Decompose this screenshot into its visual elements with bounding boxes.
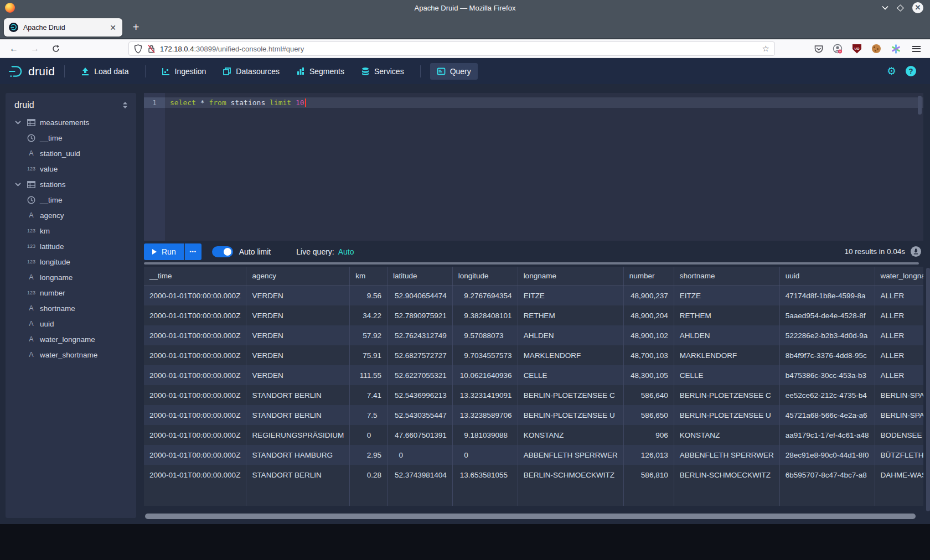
cell-agency[interactable]: VERDEN [246, 305, 350, 325]
cell-uuid[interactable]: aa9179c1-17ef-4c61-a48 [779, 425, 875, 445]
cell-number[interactable]: 586,640 [623, 385, 674, 405]
tracking-shield-icon[interactable] [134, 44, 142, 54]
cell-km[interactable]: 0.28 [350, 465, 388, 485]
cell-__time[interactable]: 2000-01-01T00:00:00.000Z [144, 445, 246, 465]
cell-number[interactable]: 48,900,237 [623, 286, 674, 305]
cell-uuid[interactable]: 5aaed954-de4e-4528-8f [779, 305, 875, 325]
cell-uuid[interactable]: 8b4f9f7c-3376-4dd8-95c [779, 345, 875, 365]
cell-water_longname[interactable]: ALLER [875, 365, 923, 385]
cell-uuid[interactable]: ee52ce62-212c-4735-b4 [779, 385, 875, 405]
menu-hamburger-icon[interactable] [910, 43, 922, 54]
cell-__time[interactable]: 2000-01-01T00:00:00.000Z [144, 425, 246, 445]
cell-km[interactable]: 7.5 [350, 405, 388, 425]
adblock-shield-icon[interactable]: UO [851, 43, 863, 54]
cell-number[interactable]: 48,300,105 [623, 365, 674, 385]
cell-latitude[interactable]: 52.5436996213 [387, 385, 452, 405]
column-header-longitude[interactable]: longitude [452, 267, 518, 286]
column-header-number[interactable]: number [623, 267, 674, 286]
cell-shortname[interactable]: BERLIN-PLOETZENSEE C [674, 385, 779, 405]
cell-__time[interactable]: 2000-01-01T00:00:00.000Z [144, 365, 246, 385]
nav-item-query[interactable]: Query [430, 63, 478, 80]
cell-__time[interactable]: 2000-01-01T00:00:00.000Z [144, 385, 246, 405]
cell-km[interactable]: 7.41 [350, 385, 388, 405]
cell-longitude[interactable]: 9.2767694354 [452, 286, 518, 305]
cell-uuid[interactable]: b475386c-30cc-453a-b3 [779, 365, 875, 385]
cell-number[interactable]: 586,650 [623, 405, 674, 425]
cell-water_longname[interactable]: DAHME-WASSERSTRAS [875, 465, 923, 485]
double-caret-icon[interactable] [122, 101, 128, 109]
cell-agency[interactable]: STANDORT BERLIN [246, 405, 350, 425]
column-header-shortname[interactable]: shortname [674, 267, 779, 286]
schema-column-item[interactable]: Awater_longname [6, 331, 136, 347]
schema-column-item[interactable]: 123number [6, 285, 136, 300]
schema-column-item[interactable]: Aagency [6, 208, 136, 223]
column-header-agency[interactable]: agency [246, 267, 350, 286]
column-header-water_longname[interactable]: water_longname [875, 267, 923, 286]
schema-column-item[interactable]: Awater_shortname [6, 347, 136, 362]
account-icon[interactable]: ✕ [831, 43, 844, 54]
tab-close-icon[interactable]: ✕ [108, 23, 117, 32]
cell-latitude[interactable]: 47.6607501391 [387, 425, 452, 445]
cell-longname[interactable]: EITZE [518, 286, 623, 305]
cell-longitude[interactable]: 9.57088073 [452, 325, 518, 345]
cell-shortname[interactable]: BERLIN-SCHMOECKWITZ [674, 465, 779, 485]
cell-longname[interactable]: CELLE [518, 365, 623, 385]
cell-uuid[interactable]: 522286e2-b2b3-4d0d-9a [779, 325, 875, 345]
cell-longitude[interactable]: 13.3231419091 [452, 385, 518, 405]
column-header-longname[interactable]: longname [518, 267, 623, 286]
cell-latitude[interactable]: 52.9040654474 [387, 286, 452, 305]
nav-item-services[interactable]: Services [354, 63, 411, 80]
cell-number[interactable]: 126,013 [623, 445, 674, 465]
cell-latitude[interactable]: 52.5430355447 [387, 405, 452, 425]
cell-__time[interactable]: 2000-01-01T00:00:00.000Z [144, 405, 246, 425]
forward-icon[interactable]: → [28, 42, 42, 55]
cell-longname[interactable]: RETHEM [518, 305, 623, 325]
druid-brand[interactable]: druid [8, 65, 55, 78]
cell-km[interactable]: 75.91 [350, 345, 388, 365]
cell-longitude[interactable]: 9.181039088 [452, 425, 518, 445]
cell-latitude[interactable]: 52.7624312749 [387, 325, 452, 345]
nav-item-ingestion[interactable]: Ingestion [155, 63, 213, 80]
schema-column-item[interactable]: 123longitude [6, 254, 136, 269]
browser-tab[interactable]: Apache Druid ✕ [4, 18, 122, 37]
back-icon[interactable]: ← [7, 42, 21, 55]
horizontal-scrollbar[interactable] [145, 514, 916, 519]
cell-longname[interactable]: AHLDEN [518, 325, 623, 345]
cell-km[interactable]: 111.55 [350, 365, 388, 385]
nav-item-segments[interactable]: Segments [290, 63, 351, 80]
cell-agency[interactable]: VERDEN [246, 345, 350, 365]
cell-latitude[interactable]: 0 [387, 445, 452, 465]
cell-number[interactable]: 48,700,103 [623, 345, 674, 365]
close-icon[interactable]: ✕ [912, 2, 923, 13]
auto-limit-toggle[interactable] [212, 246, 233, 257]
cell-latitude[interactable]: 52.6227055321 [387, 365, 452, 385]
new-tab-button[interactable]: + [128, 20, 143, 35]
schema-table-item[interactable]: stations [6, 177, 136, 192]
column-header-latitude[interactable]: latitude [387, 267, 452, 286]
cell-water_longname[interactable]: ALLER [875, 345, 923, 365]
cell-agency[interactable]: VERDEN [246, 365, 350, 385]
cell-shortname[interactable]: EITZE [674, 286, 779, 305]
cell-shortname[interactable]: RETHEM [674, 305, 779, 325]
cell-longname[interactable]: BERLIN-SCHMOECKWITZ [518, 465, 623, 485]
cell-water_longname[interactable]: ALLER [875, 305, 923, 325]
cell-longname[interactable]: BERLIN-PLOETZENSEE C [518, 385, 623, 405]
sql-code-line[interactable]: select * from stations limit 10 [170, 97, 306, 108]
schema-column-item[interactable]: Auuid [6, 316, 136, 331]
cell-__time[interactable]: 2000-01-01T00:00:00.000Z [144, 286, 246, 305]
schema-column-item[interactable]: Astation_uuid [6, 146, 136, 161]
panel-divider-scrollbar[interactable] [144, 262, 919, 265]
insecure-lock-icon[interactable] [147, 44, 156, 54]
download-icon[interactable] [911, 246, 921, 257]
nav-item-load-data[interactable]: Load data [74, 63, 135, 80]
cell-agency[interactable]: VERDEN [246, 286, 350, 305]
cell-shortname[interactable]: AHLDEN [674, 325, 779, 345]
cell-uuid[interactable]: 47174d8f-1b8e-4599-8a [779, 286, 875, 305]
cell-km[interactable]: 0 [350, 425, 388, 445]
schema-column-item[interactable]: __time [6, 192, 136, 208]
schema-column-item[interactable]: Alongname [6, 269, 136, 285]
schema-title[interactable]: druid [14, 100, 34, 110]
reload-icon[interactable] [49, 42, 63, 55]
pocket-icon[interactable] [813, 43, 825, 54]
cell-longitude[interactable]: 9.3828408101 [452, 305, 518, 325]
